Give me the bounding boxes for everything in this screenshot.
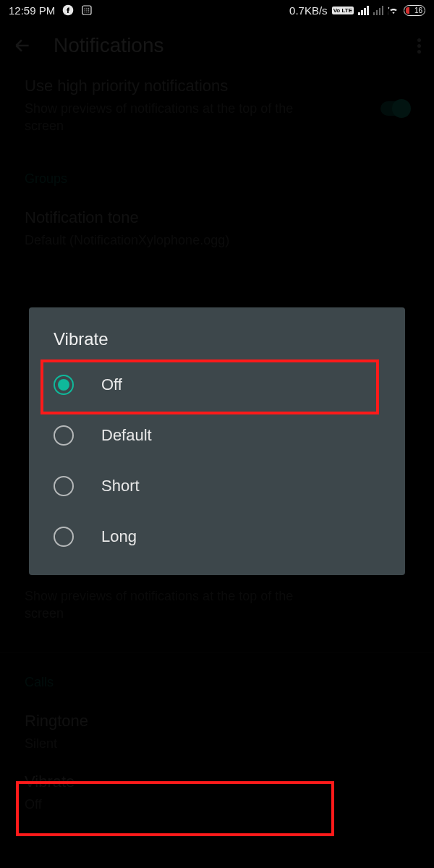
- radio-icon: [54, 375, 74, 395]
- wifi-icon: [388, 4, 399, 16]
- radio-label: Off: [101, 375, 122, 394]
- signal-icon-2: [373, 5, 384, 15]
- radio-icon: [54, 476, 74, 496]
- signal-icon: [358, 5, 369, 15]
- svg-point-2: [85, 8, 85, 9]
- svg-point-9: [87, 12, 88, 12]
- facebook-icon: [62, 4, 74, 16]
- svg-point-4: [88, 8, 89, 9]
- svg-point-7: [88, 9, 89, 10]
- radio-label: Short: [101, 477, 140, 495]
- status-netspeed: 0.7KB/s: [289, 4, 328, 17]
- vibrate-option-long[interactable]: Long: [29, 511, 405, 562]
- radio-icon: [54, 425, 74, 446]
- status-bar: 12:59 PM 0.7KB/s Vo LTE 16: [0, 0, 434, 20]
- radio-icon: [54, 527, 74, 547]
- status-time: 12:59 PM: [9, 4, 55, 17]
- vibrate-dialog: Vibrate Off Default Short Long: [29, 307, 405, 575]
- radio-label: Default: [101, 426, 152, 445]
- battery-icon: 16: [404, 5, 425, 16]
- svg-point-5: [85, 9, 85, 10]
- svg-point-6: [87, 9, 88, 10]
- vibrate-option-short[interactable]: Short: [29, 461, 405, 511]
- vibrate-option-default[interactable]: Default: [29, 410, 405, 461]
- svg-point-10: [88, 12, 89, 12]
- dialog-title: Vibrate: [29, 329, 405, 359]
- grid-icon: [81, 4, 93, 16]
- svg-point-8: [85, 12, 85, 12]
- volte-icon: Vo LTE: [332, 7, 354, 14]
- vibrate-option-off[interactable]: Off: [29, 359, 405, 410]
- radio-label: Long: [101, 527, 137, 546]
- svg-point-3: [87, 8, 88, 9]
